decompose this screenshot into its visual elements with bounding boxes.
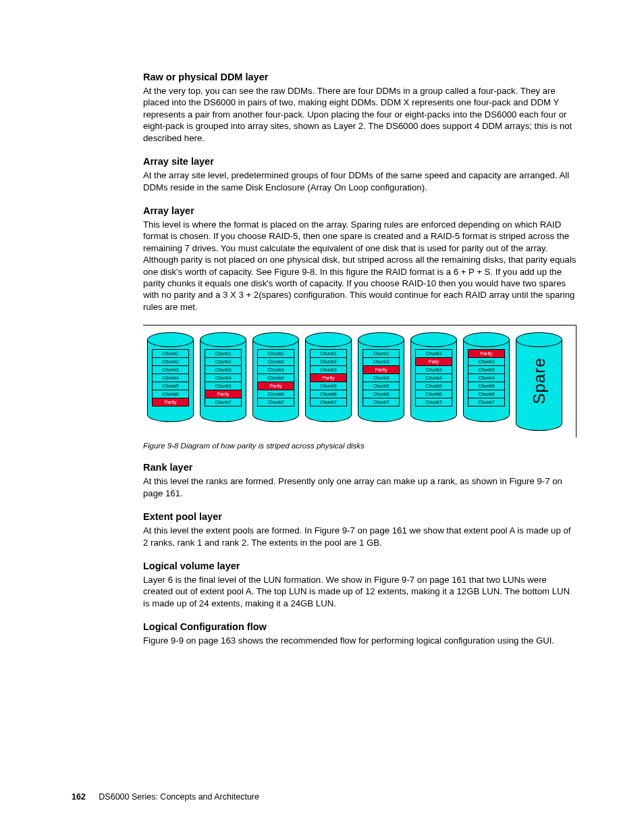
heading-array: Array layer [143, 205, 576, 216]
chunk-cell: Chunk7 [468, 398, 505, 407]
disk-3: Chunk1Chunk2Chunk3Chunk4ParityChunk6Chun… [252, 332, 299, 422]
para-extent-pool: At this level the extent pools are forme… [143, 525, 576, 548]
page-footer: 162 DS6000 Series: Concepts and Architec… [72, 792, 259, 802]
para-rank: At this level the ranks are formed. Pres… [143, 475, 576, 499]
page-number: 162 [72, 792, 86, 802]
chunk-cell: Chunk7 [257, 398, 294, 407]
page: Raw or physical DDM layer At the very to… [0, 0, 644, 834]
parity-cell: Parity [152, 398, 189, 407]
para-logical-config-flow: Figure 9-9 on page 163 shows the recomme… [143, 635, 576, 646]
book-title: DS6000 Series: Concepts and Architecture [99, 792, 259, 802]
para-raw-ddm: At the very top, you can see the raw DDM… [143, 85, 576, 144]
heading-extent-pool: Extent pool layer [143, 511, 576, 522]
spare-label: Spare [530, 358, 549, 405]
disk-4: Chunk1Chunk2Chunk3ParityChunk5Chunk6Chun… [305, 332, 352, 422]
chunk-cell: Chunk7 [415, 398, 452, 407]
heading-raw-ddm: Raw or physical DDM layer [143, 72, 576, 82]
disk-1: Chunk1Chunk2Chunk3Chunk4Chunk5Chunk6Pari… [147, 332, 194, 422]
chunk-cell: Chunk7 [205, 398, 242, 407]
heading-logical-config-flow: Logical Configuration flow [143, 621, 576, 632]
disk-5: Chunk1Chunk2ParityChunk4Chunk5Chunk6Chun… [358, 332, 404, 422]
spare-disk: Spare [516, 332, 562, 431]
para-logical-volume: Layer 6 is the final level of the LUN fo… [143, 574, 576, 609]
disk-7: ParityChunk2Chunk3Chunk4Chunk5Chunk6Chun… [463, 332, 510, 422]
para-array-site: At the array site level, predetermined g… [143, 170, 576, 193]
disk-6: Chunk1PaityChunk3Chunk4Chunk5Chunk6Chunk… [410, 332, 457, 422]
disk-2: Chunk1Chunk2Chunk3Chunk4Chunk5ParityChun… [200, 332, 246, 422]
chunk-cell: Chunk7 [363, 398, 400, 407]
chunk-cell: Chunk7 [310, 398, 347, 407]
heading-rank: Rank layer [143, 462, 576, 473]
figure-caption: Figure 9-8 Diagram of how parity is stri… [143, 442, 576, 450]
figure-9-8: Chunk1Chunk2Chunk3Chunk4Chunk5Chunk6Pari… [143, 325, 576, 438]
para-array: This level is where the format is placed… [143, 219, 576, 313]
heading-logical-volume: Logical volume layer [143, 561, 576, 571]
heading-array-site: Array site layer [143, 156, 576, 167]
